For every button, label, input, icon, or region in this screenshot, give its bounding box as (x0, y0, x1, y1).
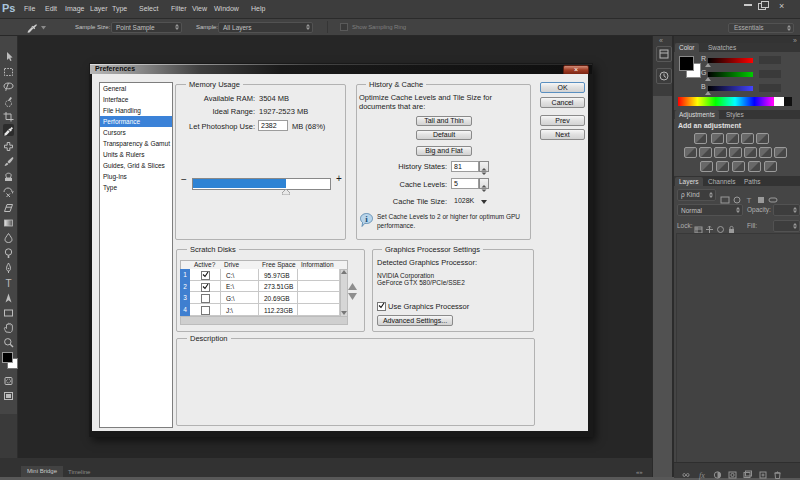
svg-text:T: T (747, 196, 752, 205)
svg-text:T: T (5, 277, 11, 288)
svg-text:fx: fx (699, 471, 705, 480)
